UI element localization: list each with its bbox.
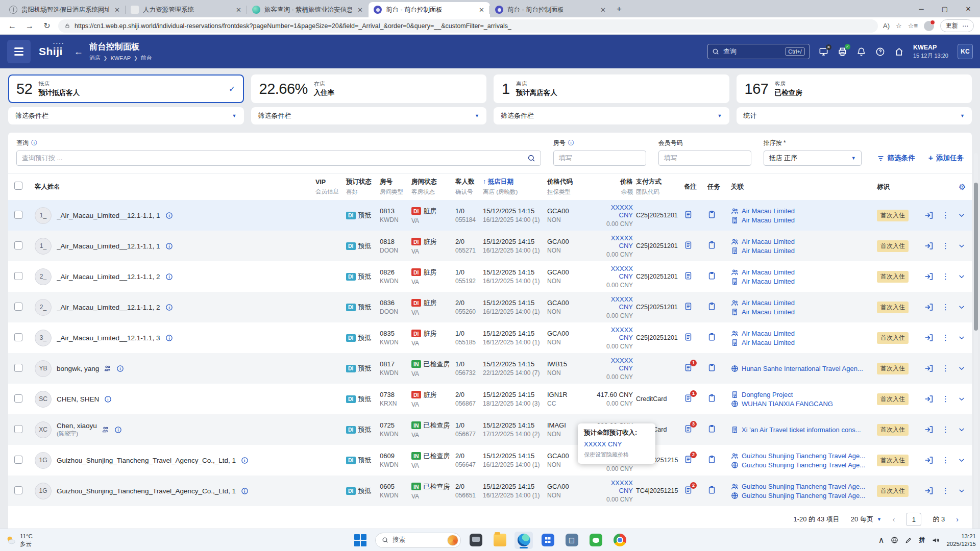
- task-clipboard-icon[interactable]: [707, 241, 716, 249]
- breadcrumb-item[interactable]: KWEAP: [110, 55, 131, 61]
- card-filter-dropdown-4[interactable]: 统计▼: [737, 107, 972, 124]
- notes-cell[interactable]: [684, 333, 707, 343]
- browser-tab-4[interactable]: 前台 - 前台控制面板 ✕: [369, 2, 490, 17]
- more-actions-icon[interactable]: ⋮: [942, 364, 949, 373]
- expand-chevron-icon[interactable]: [958, 303, 966, 311]
- check-in-icon[interactable]: [924, 364, 934, 373]
- notes-cell[interactable]: 3: [684, 424, 707, 435]
- more-actions-icon[interactable]: ⋮: [942, 303, 949, 312]
- tasks-cell[interactable]: [707, 486, 731, 496]
- task-clipboard-icon[interactable]: [707, 271, 716, 280]
- new-tab-button[interactable]: +: [617, 4, 622, 14]
- notes-cell[interactable]: 1: [684, 363, 707, 373]
- weather-widget[interactable]: 11°C多云: [5, 533, 33, 547]
- tasks-cell[interactable]: [707, 210, 731, 220]
- help-icon[interactable]: [875, 47, 885, 57]
- card-filter-dropdown-3[interactable]: 筛选条件栏▼: [494, 107, 729, 124]
- linked-profile[interactable]: Dongfeng Project: [731, 391, 877, 398]
- query-input[interactable]: 查询预订按 ...: [16, 151, 541, 166]
- linked-profile[interactable]: Air Macau Limited: [731, 308, 877, 316]
- more-actions-icon[interactable]: ⋮: [942, 394, 949, 404]
- task-clipboard-icon[interactable]: [707, 424, 716, 433]
- linked-profile[interactable]: Air Macau Limited: [731, 299, 877, 307]
- notes-icon[interactable]: 2: [684, 486, 693, 494]
- table-row[interactable]: 1_ _Air_Macau_Limited__12.1-1.1, 1 DI预抵 …: [8, 231, 972, 261]
- guest-name[interactable]: _Air_Macau_Limited__12.1-1.1, 2: [57, 304, 160, 311]
- notes-cell[interactable]: [684, 210, 707, 220]
- check-in-icon[interactable]: [924, 333, 934, 342]
- notes-cell[interactable]: [684, 241, 707, 251]
- linked-profile[interactable]: Air Macau Limited: [731, 238, 877, 245]
- taskbar-app-dark[interactable]: [467, 532, 485, 549]
- back-arrow-icon[interactable]: ←: [74, 46, 83, 57]
- linked-profile[interactable]: Guizhou Shunjing Tiancheng Travel Age...: [731, 483, 877, 490]
- tasks-cell[interactable]: [707, 241, 731, 251]
- guest-name[interactable]: _Air_Macau_Limited__12.1-1.1, 2: [57, 273, 160, 281]
- linked-profile[interactable]: Hunan Sanhe International Travel Agen...: [731, 365, 877, 372]
- ime-indicator[interactable]: 拼: [919, 536, 925, 544]
- window-maximize-button[interactable]: ▢: [933, 0, 957, 17]
- tasks-cell[interactable]: [707, 363, 731, 373]
- info-icon[interactable]: [114, 426, 122, 434]
- read-aloud-icon[interactable]: A): [883, 22, 890, 30]
- expand-chevron-icon[interactable]: [958, 242, 966, 250]
- tasks-cell[interactable]: [707, 271, 731, 282]
- guest-name[interactable]: Chen, xiaoyu: [57, 422, 97, 430]
- expand-chevron-icon[interactable]: [958, 334, 966, 342]
- price-cell[interactable]: XXXXX CNY0.00 CNY: [595, 479, 636, 503]
- expand-chevron-icon[interactable]: [958, 211, 966, 219]
- home-icon[interactable]: [894, 47, 904, 57]
- taskbar-search-input[interactable]: 搜索: [375, 533, 461, 548]
- forward-button[interactable]: →: [23, 21, 36, 31]
- search-submit-icon[interactable]: [527, 154, 535, 162]
- url-field[interactable]: https://cn1.web.ep.shiji.world/individua…: [58, 19, 878, 33]
- info-icon[interactable]: [165, 242, 173, 250]
- tooltip-value[interactable]: XXXXX CNY: [584, 440, 649, 448]
- table-row[interactable]: XC Chen, xiaoyu(陈晓宇) DI预抵 0725KWDN IN已检查…: [8, 414, 972, 445]
- summary-card-3[interactable]: 1 离店预计离店客人: [494, 74, 729, 103]
- linked-profile[interactable]: Guizhou Shunjing Tiancheng Travel Age...: [731, 461, 877, 469]
- linked-profile[interactable]: Air Macau Limited: [731, 268, 877, 276]
- task-clipboard-icon[interactable]: [707, 394, 716, 403]
- table-settings-gear-icon[interactable]: ⚙: [959, 183, 966, 191]
- expand-chevron-icon[interactable]: [958, 364, 966, 372]
- guest-name[interactable]: CHEN, SHEN: [57, 395, 99, 403]
- row-checkbox[interactable]: [14, 303, 22, 311]
- tasks-cell[interactable]: [707, 394, 731, 404]
- tray-network-icon[interactable]: [891, 536, 898, 544]
- row-checkbox[interactable]: [14, 241, 22, 249]
- table-row[interactable]: 1G Guizhou_Shunjing_Tiancheng_Travel_Age…: [8, 445, 972, 475]
- taskbar-file-explorer[interactable]: [491, 532, 509, 549]
- more-actions-icon[interactable]: ⋮: [942, 333, 949, 342]
- guest-name[interactable]: _Air_Macau_Limited__12.1-1.1, 1: [57, 212, 160, 219]
- taskbar-chrome[interactable]: [610, 532, 629, 549]
- task-clipboard-icon[interactable]: [707, 363, 716, 372]
- tray-pen-icon[interactable]: [905, 537, 912, 544]
- task-clipboard-icon[interactable]: [707, 455, 716, 464]
- row-checkbox[interactable]: [14, 394, 22, 403]
- taskbar-wechat[interactable]: [586, 532, 605, 549]
- notes-cell[interactable]: 2: [684, 455, 707, 465]
- row-checkbox[interactable]: [14, 486, 22, 494]
- row-checkbox[interactable]: [14, 364, 22, 372]
- browser-update-button[interactable]: 更新⋯: [940, 19, 974, 32]
- price-cell[interactable]: XXXXX CNY0.00 CNY: [595, 204, 636, 228]
- page-number-input[interactable]: 1: [906, 513, 921, 526]
- row-checkbox[interactable]: [14, 272, 22, 280]
- linked-profile[interactable]: Air Macau Limited: [731, 339, 877, 346]
- table-row[interactable]: YB bongwk, yang DI预抵 0817KWDN IN已检查房VA 1…: [8, 353, 972, 384]
- notes-icon[interactable]: [684, 333, 693, 341]
- info-icon[interactable]: [116, 365, 124, 372]
- expand-chevron-icon[interactable]: [958, 272, 966, 281]
- table-row[interactable]: 2_ _Air_Macau_Limited__12.1-1.1, 2 DI预抵 …: [8, 261, 972, 292]
- browser-tab-3[interactable]: 旅客查询 - 紫楠旅馆业治安信息管 ✕: [247, 2, 369, 17]
- info-icon[interactable]: [241, 487, 249, 495]
- check-in-icon[interactable]: [924, 211, 934, 220]
- row-checkbox[interactable]: [14, 211, 22, 219]
- select-all-checkbox[interactable]: [14, 182, 22, 190]
- more-actions-icon[interactable]: ⋮: [942, 425, 949, 434]
- per-page-select[interactable]: 20 每页▼: [851, 515, 881, 524]
- notes-icon[interactable]: 1: [684, 394, 693, 403]
- table-row[interactable]: SC CHEN, SHEN DI预抵 0738KRXN DI脏房VA 2/005…: [8, 384, 972, 414]
- summary-card-4[interactable]: 167 客房已检查房: [737, 74, 972, 103]
